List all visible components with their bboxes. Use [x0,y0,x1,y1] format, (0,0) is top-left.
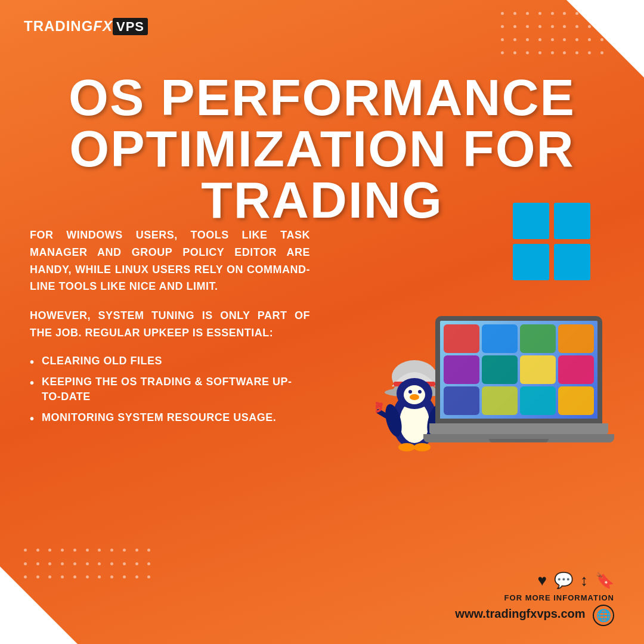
decorative-dot [61,575,64,578]
decorative-dot [135,562,138,565]
svg-point-18 [398,443,415,451]
decorative-dot [551,25,554,28]
decorative-dot [526,38,529,41]
decorative-dot [135,549,138,552]
svg-point-11 [418,390,422,394]
decorative-dot [147,562,150,565]
decorative-dot [86,562,89,565]
bullet-item-1: CLEARING OLD FILES [30,354,310,369]
decorative-dot [73,575,76,578]
decorative-dot [551,12,554,15]
decorative-dot [24,575,27,578]
svg-point-10 [408,390,412,394]
decorative-dot [563,12,566,15]
decorative-dot [36,562,39,565]
app-icon [558,386,594,415]
decorative-dot [526,12,529,15]
logo-trading: TRADING [24,18,93,34]
decorative-dot [563,51,566,54]
decorative-dot [538,38,541,41]
logo: TRADINGFXVPS [24,18,148,35]
decorative-dot [24,549,27,552]
decorative-dot [538,51,541,54]
decorative-dot [551,51,554,54]
app-icon [444,386,479,415]
decorative-dot [110,562,113,565]
retweet-icon: ↕ [580,571,588,590]
website-row: www.tradingfxvps.com 🌐 [455,605,614,626]
decorative-dot [563,38,566,41]
app-icon [558,324,594,353]
decorative-dot [588,25,591,28]
social-icons: ♥ 💬 ↕ 🔖 [455,571,614,590]
comment-icon: 💬 [554,571,573,590]
paragraph2: HOWEVER, SYSTEM TUNING IS ONLY PART OF T… [30,307,310,342]
decorative-dot [501,38,504,41]
decorative-dot [86,575,89,578]
title-line1: OS PERFORMANCE [69,69,575,126]
decorative-dot [123,549,126,552]
app-icon [444,324,479,353]
decorative-dot [600,12,603,15]
svg-point-12 [410,394,419,400]
page-container: TRADINGFXVPS OS PERFORMANCE OPTIMIZATION… [0,0,644,644]
decorative-dot [513,25,516,28]
laptop-stand [423,434,614,442]
app-icon [520,386,556,415]
decorative-dot [600,38,603,41]
decorative-dot [98,549,101,552]
decorative-dot [575,12,578,15]
decorative-dot [575,51,578,54]
decorative-dot [501,12,504,15]
decorative-dot [36,549,39,552]
for-more-label: FOR MORE INFORMATION [455,593,614,602]
logo-vps: VPS [113,18,148,35]
app-icon [482,324,518,353]
app-icon [444,355,479,384]
laptop-illustration [423,316,614,471]
logo-text: TRADINGFXVPS [24,18,148,35]
decorative-dot [48,562,51,565]
decorative-dot [501,25,504,28]
decorative-dot [588,51,591,54]
decorative-dot [61,549,64,552]
decorative-dot [61,562,64,565]
windows-logo [513,203,590,280]
decorative-dot [48,549,51,552]
windows-pane-4 [554,244,590,280]
decorative-dot [73,562,76,565]
laptop-screen [435,316,602,423]
windows-pane-3 [513,244,549,280]
decorative-dot [135,575,138,578]
decorative-dot [563,25,566,28]
app-icon [558,355,594,384]
decorative-dot [123,575,126,578]
decorative-dot [147,549,150,552]
laptop-base [429,423,608,434]
decorative-dot [24,562,27,565]
app-icon [482,355,518,384]
decorative-dot [575,25,578,28]
bullet-item-3: MONITORING SYSTEM RESOURCE USAGE. [30,410,310,425]
decorative-dot [98,575,101,578]
decorative-dot [538,25,541,28]
content-left: FOR WINDOWS USERS, TOOLS LIKE TASK MANAG… [30,227,310,432]
decorative-dot [513,38,516,41]
website-url[interactable]: www.tradingfxvps.com [455,607,585,620]
decorative-dot [147,575,150,578]
decorative-dot [501,51,504,54]
decorative-dot [526,51,529,54]
dots-bottom-left [24,549,155,584]
decorative-dot [526,25,529,28]
decorative-dot [123,562,126,565]
footer-section: ♥ 💬 ↕ 🔖 FOR MORE INFORMATION www.trading… [455,571,614,626]
decorative-dot [513,51,516,54]
bullet-item-2: KEEPING THE OS TRADING & SOFTWARE UP-TO-… [30,374,310,404]
decorative-dot [575,38,578,41]
decorative-dot [588,12,591,15]
decorative-dot [600,51,603,54]
decorative-dot [48,575,51,578]
paragraph1: FOR WINDOWS USERS, TOOLS LIKE TASK MANAG… [30,227,310,295]
decorative-dot [73,549,76,552]
windows-pane-1 [513,203,549,239]
